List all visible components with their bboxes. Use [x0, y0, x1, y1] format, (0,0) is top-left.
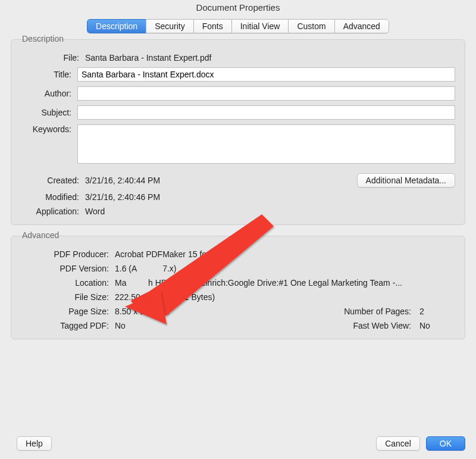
numpages-value: 2 [419, 307, 455, 316]
producer-value: Acrobat PDFMaker 15 for Word [115, 249, 455, 259]
description-legend: Description [20, 34, 66, 43]
fastweb-label: Fast Web View: [210, 321, 411, 330]
footer: Help Cancel OK [0, 430, 476, 459]
filesize-value: 222.50 KB (227,841 Bytes) [115, 292, 455, 302]
location-label: Location: [21, 278, 109, 288]
subject-label: Subject: [21, 108, 71, 117]
subject-input[interactable] [77, 105, 455, 120]
producer-label: PDF Producer: [21, 249, 109, 259]
title-input[interactable] [77, 67, 455, 82]
help-button[interactable]: Help [17, 436, 52, 451]
tab-description[interactable]: Description [87, 19, 146, 33]
tab-security[interactable]: Security [146, 19, 193, 33]
keywords-label: Keywords: [21, 124, 71, 134]
tab-custom[interactable]: Custom [288, 19, 334, 33]
filesize-label: File Size: [21, 292, 109, 302]
modified-value: 3/21/16, 2:40:46 PM [85, 192, 455, 202]
cancel-button[interactable]: Cancel [376, 436, 420, 451]
window-title: Document Properties [0, 0, 476, 15]
author-label: Author: [21, 89, 71, 98]
tagged-label: Tagged PDF: [21, 321, 109, 330]
created-label: Created: [21, 176, 79, 185]
fastweb-value: No [419, 321, 455, 330]
file-value: Santa Barbara - Instant Expert.pdf [85, 53, 455, 63]
version-label: PDF Version: [21, 264, 109, 273]
tab-advanced[interactable]: Advanced [334, 19, 389, 33]
location-value: Macintosh HD:Users:rheinrich:Google Driv… [115, 278, 455, 288]
modified-label: Modified: [21, 192, 79, 202]
ok-button[interactable]: OK [426, 436, 465, 451]
additional-metadata-button[interactable]: Additional Metadata... [357, 173, 455, 188]
file-label: File: [21, 53, 79, 63]
application-value: Word [85, 207, 455, 216]
advanced-group: Advanced PDF Producer: Acrobat PDFMaker … [11, 236, 465, 339]
created-value: 3/21/16, 2:40:44 PM [85, 176, 357, 185]
author-input[interactable] [77, 86, 455, 101]
keywords-input[interactable] [77, 124, 455, 164]
pagesize-value: 8.50 x 10.99 in [115, 307, 210, 316]
application-label: Application: [21, 207, 79, 216]
tagged-value: No [115, 321, 210, 330]
tab-initial-view[interactable]: Initial View [231, 19, 289, 33]
version-value: 1.6 (Acrobat 7.x) [115, 264, 455, 273]
pagesize-label: Page Size: [21, 307, 109, 316]
title-label: Title: [21, 70, 71, 79]
numpages-label: Number of Pages: [210, 307, 411, 316]
tab-fonts[interactable]: Fonts [193, 19, 231, 33]
description-group: Description File: Santa Barbara - Instan… [11, 39, 465, 225]
advanced-legend: Advanced [20, 230, 61, 240]
tab-bar: Description Security Fonts Initial View … [0, 15, 476, 33]
